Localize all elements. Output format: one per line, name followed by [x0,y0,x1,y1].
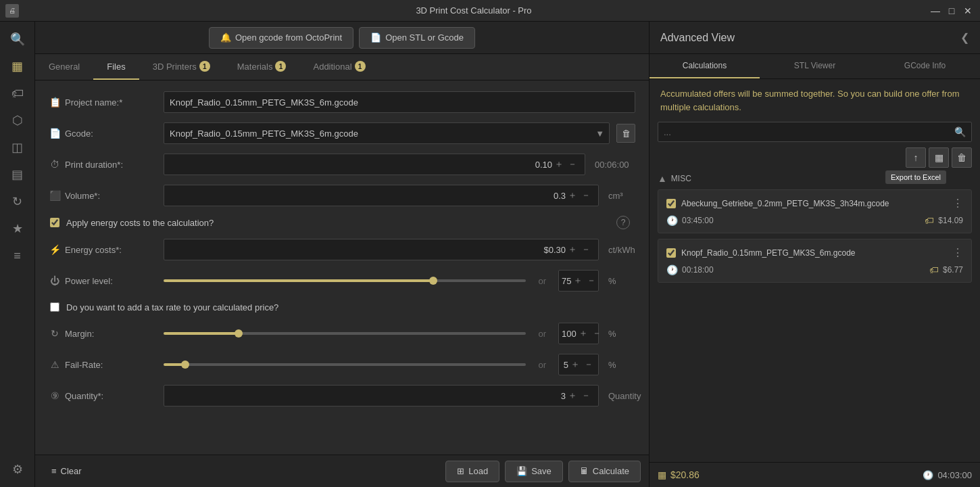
project-name-row: 📋 Project name:* [49,91,635,113]
right-tab-calculations[interactable]: Calculations [650,54,760,78]
tab-files[interactable]: Files [93,54,139,80]
volume-minus[interactable]: － [579,189,593,202]
tab-additional[interactable]: Additional 1 [299,54,378,80]
energy-costs-label: ⚡ Energy costs*: [49,244,157,256]
open-stl-button[interactable]: 📄 Open STL or Gcode [359,27,475,49]
tab-general[interactable]: General [35,54,93,80]
gcode-select[interactable]: Knopf_Radio_0.15mm_PETG_MK3S_6m.gcode [164,122,610,144]
sidebar-icon-refresh[interactable]: ↻ [5,189,30,214]
main-content: 🔔 Open gcode from OctoPrint 📄 Open STL o… [35,22,649,487]
margin-plus[interactable]: ＋ [577,327,590,340]
power-level-slider-container [164,279,526,282]
power-level-input-box: 75 ＋ － [558,270,599,292]
energy-costs-value: $0.30 [170,245,566,255]
volume-label: ⬛ Volume*: [49,189,157,202]
sidebar-icon-settings[interactable]: ⚙ [5,457,30,482]
volume-unit: cm³ [608,191,635,201]
apply-energy-checkbox[interactable] [50,218,59,227]
quantity-icon: ⑨ [49,390,61,402]
fail-rate-minus[interactable]: － [582,358,595,371]
quantity-unit: Quantity [608,391,635,401]
delete-all-button[interactable]: 🗑 [952,147,972,168]
sidebar-icon-tag[interactable]: 🏷 [5,81,30,106]
energy-costs-minus[interactable]: － [579,244,593,256]
maximize-button[interactable]: □ [945,4,958,18]
app-icon: 🖨 [5,4,19,18]
sidebar-icon-cube[interactable]: ⬡ [5,108,30,133]
calc-card-1: Abeckung_Getriebe_0.2mm_PETG_MK3S_3h34m.… [658,189,972,233]
sidebar-icon-search[interactable]: 🔍 [5,27,30,51]
print-duration-minus[interactable]: － [566,158,579,170]
misc-collapse-button[interactable]: ▲ [658,173,667,184]
calc-2-checkbox[interactable] [666,248,676,258]
project-name-input[interactable] [164,91,635,113]
fail-rate-or: or [538,360,546,370]
fail-rate-input-box: 5 ＋ － [558,354,599,375]
right-panel-title: Advanced View [660,32,735,44]
right-panel: Advanced View ❮ Calculations STL Viewer … [649,22,980,487]
right-tab-gcode-info[interactable]: GCode Info [870,54,980,78]
main-tabs: General Files 3D Printers 1 Materials 1 … [35,54,649,80]
load-button[interactable]: ⊞ Load [445,461,499,482]
panel-close-button[interactable]: ❮ [960,31,969,44]
calculate-button[interactable]: 🖩 Calculate [568,461,641,482]
save-button[interactable]: 💾 Save [505,461,563,482]
search-button[interactable]: 🔍 [954,126,966,137]
sidebar-icon-grid[interactable]: ▦ [5,54,30,78]
clock-icon: ⏱ [49,158,61,170]
fail-rate-plus[interactable]: ＋ [568,358,582,371]
minimize-button[interactable]: — [929,4,942,18]
calc-1-checkbox[interactable] [666,199,676,208]
sidebar-icon-award[interactable]: ★ [5,216,30,241]
margin-icon: ↻ [49,327,61,340]
fail-icon: ⚠ [49,358,61,371]
tab-additional-badge: 1 [355,61,366,72]
search-input[interactable] [664,127,952,137]
lightning-icon: ⚡ [49,244,61,256]
open-gcode-button[interactable]: 🔔 Open gcode from OctoPrint [209,27,353,49]
energy-costs-plus[interactable]: ＋ [566,244,579,256]
quantity-plus[interactable]: ＋ [566,390,579,402]
power-level-slider[interactable] [164,279,526,282]
energy-costs-unit: ct/kWh [608,245,635,255]
close-button[interactable]: ✕ [961,4,975,18]
sidebar-icon-list[interactable]: ≡ [5,244,30,268]
clear-button[interactable]: ≡ Clear [43,466,90,476]
margin-minus[interactable]: － [590,327,604,340]
action-buttons-row: ↑ Export to Excel ▦ 🗑 [658,147,972,168]
calc-1-menu-button[interactable]: ⋮ [952,197,963,210]
grid-view-button[interactable]: ▦ [929,147,949,168]
power-level-label: ⏻ Power level: [49,275,157,287]
total-price-value: $20.86 [670,469,700,480]
margin-slider[interactable] [164,332,526,335]
fail-rate-unit: % [608,360,635,370]
clock-detail-icon-2: 🕐 [666,264,678,275]
power-level-minus[interactable]: － [585,275,598,287]
sidebar: 🔍 ▦ 🏷 ⬡ ◫ ▤ ↻ ★ ≡ ⚙ [0,22,35,487]
tax-rate-checkbox[interactable] [50,302,59,312]
price-detail-icon: 🏷 [925,215,934,226]
calculate-icon: 🖩 [580,466,589,476]
total-time: 🕐 04:03:00 [923,470,972,480]
sidebar-icon-dashboard[interactable]: ▤ [5,162,30,187]
export-excel-button[interactable]: ↑ [906,147,926,168]
calc-2-name: Knopf_Radio_0.15mm_PETG_MK3S_6m.gcode [681,248,947,258]
quantity-minus[interactable]: － [579,390,593,402]
volume-plus[interactable]: ＋ [566,189,579,202]
save-icon: 💾 [516,466,527,476]
help-icon[interactable]: ? [616,216,630,229]
calc-card-1-header: Abeckung_Getriebe_0.2mm_PETG_MK3S_3h34m.… [666,197,963,210]
calc-1-time-value: 03:45:00 [682,216,714,225]
sidebar-icon-layers[interactable]: ◫ [5,135,30,160]
right-tab-stl-viewer[interactable]: STL Viewer [760,54,870,78]
form-area: 📋 Project name:* 📄 Gcode: Knopf_Radio_0.… [35,80,649,455]
print-duration-plus[interactable]: ＋ [552,158,566,170]
calc-2-menu-button[interactable]: ⋮ [952,246,963,259]
tab-materials[interactable]: Materials 1 [224,54,300,80]
power-level-plus[interactable]: ＋ [571,275,585,287]
toolbar: 🔔 Open gcode from OctoPrint 📄 Open STL o… [35,22,649,54]
tab-printers[interactable]: 3D Printers 1 [139,54,224,80]
window-controls: — □ ✕ [929,4,975,18]
gcode-delete-button[interactable]: 🗑 [616,124,635,143]
fail-rate-slider[interactable] [164,363,526,366]
